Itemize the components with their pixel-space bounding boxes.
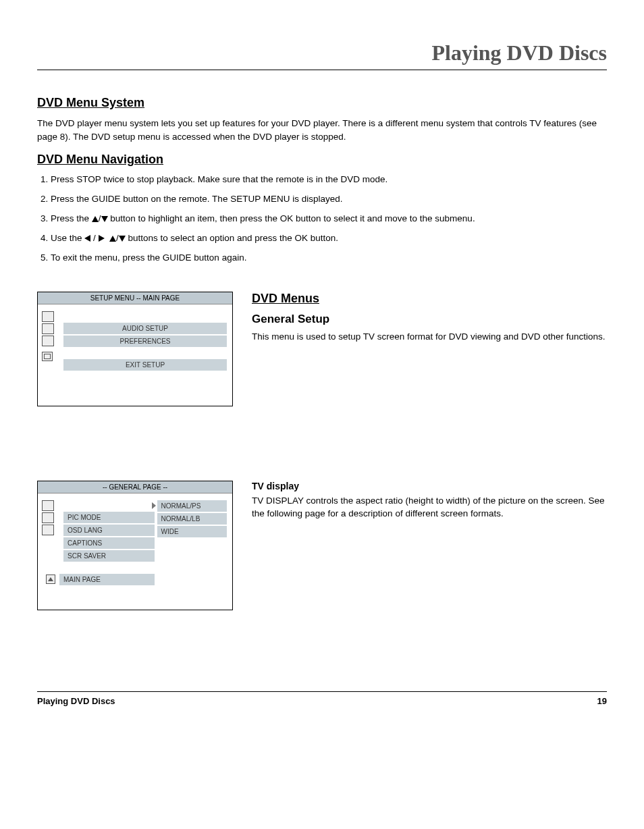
steps-list: Press STOP twice to stop playback. Make … — [37, 173, 607, 264]
option-wide[interactable]: WIDE — [157, 526, 227, 537]
step-3: Press the / button to highlight an item,… — [51, 213, 607, 225]
para-general-setup: This menu is used to setup TV screen for… — [252, 330, 607, 344]
triangle-down-icon — [119, 236, 126, 242]
triangle-up-icon — [92, 216, 99, 222]
footer-page-number: 19 — [597, 696, 607, 706]
chapter-title: Playing DVD Discs — [37, 41, 607, 65]
triangle-right-icon — [99, 235, 105, 242]
step-4: Use the / / buttons to select an option … — [51, 232, 607, 245]
divider-top — [37, 70, 607, 70]
para-dvd-menu-system: The DVD player menu system lets you set … — [37, 117, 607, 143]
para-tv-display: TV DISPLAY controls the aspect ratio (he… — [252, 494, 607, 520]
option-normal-ps[interactable]: NORMAL/PS — [157, 500, 227, 512]
audio-icon — [42, 323, 54, 334]
option-normal-lb[interactable]: NORMAL/LB — [157, 513, 227, 525]
heading-dvd-menus: DVD Menus — [252, 292, 607, 306]
menu-item-main-page[interactable]: MAIN PAGE — [59, 574, 155, 585]
footer-section-label: Playing DVD Discs — [37, 696, 115, 706]
setup-menu-icon-column — [42, 311, 54, 346]
menu-item-audio-setup[interactable]: AUDIO SETUP — [63, 323, 227, 334]
pointer-right-icon — [152, 502, 156, 509]
menu-item-pic-mode[interactable]: PIC MODE — [63, 512, 155, 523]
setup-menu-title: SETUP MENU -- MAIN PAGE — [38, 292, 232, 304]
tv2-icon — [42, 512, 54, 523]
menu-item-exit-setup[interactable]: EXIT SETUP — [63, 359, 227, 371]
lang-icon — [42, 525, 54, 535]
menu-item-captions[interactable]: CAPTIONS — [63, 537, 155, 549]
step-5: To exit the menu, press the GUIDE button… — [51, 252, 607, 265]
prefs-icon — [42, 336, 54, 346]
subheading-general-setup: General Setup — [252, 313, 607, 326]
tv-icon — [42, 500, 54, 511]
step-1: Press STOP twice to stop playback. Make … — [51, 173, 607, 186]
heading-dvd-menu-system: DVD Menu System — [37, 96, 607, 110]
menu-item-scr-saver[interactable]: SCR SAVER — [63, 550, 155, 562]
subheading-tv-display: TV display — [252, 481, 607, 491]
triangle-down-icon — [101, 216, 108, 222]
tv-icon — [42, 311, 54, 322]
triangle-left-icon — [84, 235, 90, 242]
exit-icon — [42, 352, 53, 361]
menu-item-osd-lang[interactable]: OSD LANG — [63, 525, 155, 536]
step-2: Press the GUIDE button on the remote. Th… — [51, 193, 607, 206]
page-footer: Playing DVD Discs 19 — [37, 691, 607, 706]
setup-menu-box: SETUP MENU -- MAIN PAGE AUDIO SETUP PREF… — [37, 292, 233, 406]
menu-item-preferences[interactable]: PREFERENCES — [63, 336, 227, 347]
up-arrow-icon — [46, 574, 55, 584]
triangle-up-icon — [109, 236, 116, 242]
general-page-menu-box: -- GENERAL PAGE -- PIC MODE OSD LANG CAP… — [37, 481, 233, 610]
general-page-icon-column — [42, 500, 54, 535]
heading-dvd-menu-navigation: DVD Menu Navigation — [37, 153, 607, 167]
general-page-title: -- GENERAL PAGE -- — [38, 481, 232, 493]
